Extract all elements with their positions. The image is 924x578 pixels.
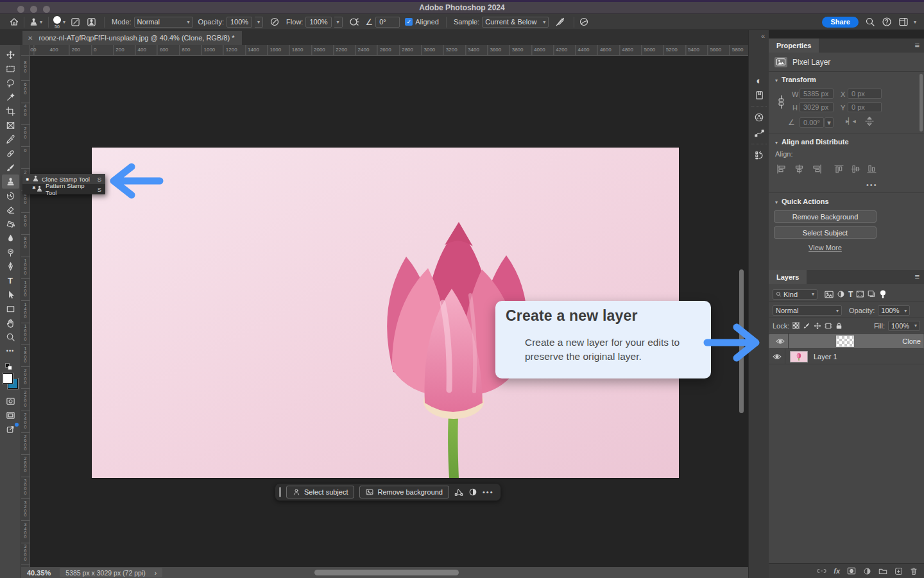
align-left-icon[interactable]	[776, 164, 787, 175]
workspace-switcher-icon[interactable]	[898, 17, 909, 27]
color-panel-icon[interactable]	[753, 111, 766, 124]
tool-type[interactable]: T	[2, 273, 19, 287]
brush-preset-picker[interactable]: 50	[53, 16, 61, 29]
tool-object-selection[interactable]	[2, 90, 19, 104]
align-bottom-icon[interactable]	[866, 164, 877, 175]
airbrush-icon[interactable]	[349, 17, 359, 27]
layer-visibility-eye-icon[interactable]	[769, 349, 785, 364]
workspace-caret[interactable]: ▾	[914, 19, 916, 25]
tool-blur[interactable]	[2, 231, 19, 245]
height-field[interactable]: 3029 px	[800, 102, 834, 112]
tab-properties[interactable]: Properties	[769, 38, 819, 53]
document-tab[interactable]: ✕ roonz-nl-ATgfRqpFfFI-unsplash.jpg @ 40…	[22, 31, 242, 45]
home-icon[interactable]	[9, 17, 19, 27]
y-field[interactable]: 0 px	[848, 102, 882, 112]
align-more-button[interactable]: •••	[866, 181, 878, 189]
ruler-vertical[interactable]: 8006004002000200400600800100012001400160…	[21, 56, 30, 567]
tool-eraser[interactable]	[2, 203, 19, 217]
new-layer-icon[interactable]	[894, 567, 903, 575]
document-info-chevron[interactable]: ›	[155, 569, 157, 577]
width-field[interactable]: 5385 px	[800, 89, 834, 99]
tool-gradient[interactable]	[2, 217, 19, 231]
libraries-panel-icon[interactable]	[753, 89, 766, 101]
layers-menu-icon[interactable]: ≡	[914, 272, 920, 282]
properties-menu-icon[interactable]: ≡	[914, 40, 920, 50]
angle-caret[interactable]: ▾	[825, 117, 834, 128]
new-group-icon[interactable]	[878, 567, 887, 575]
align-section-header[interactable]: ▾Align and Distribute	[775, 138, 849, 146]
taskbar-drag-handle[interactable]	[279, 487, 281, 497]
add-mask-icon[interactable]	[847, 567, 856, 575]
brush-picker-caret[interactable]: ▾	[63, 19, 65, 25]
properties-scrollbar[interactable]	[920, 74, 923, 132]
flip-vertical-icon[interactable]	[865, 116, 874, 128]
share-button[interactable]: Share	[822, 17, 859, 28]
select-subject-qa-button[interactable]: Select Subject	[774, 226, 877, 239]
tool-rectangular-marquee[interactable]	[2, 62, 19, 76]
filter-type-layers-icon[interactable]: T	[848, 290, 853, 299]
fill-field[interactable]: 100%▾	[888, 321, 920, 331]
filter-smart-objects-icon[interactable]	[868, 290, 876, 298]
more-tools-button[interactable]: •••	[2, 344, 19, 358]
tool-pen[interactable]	[2, 259, 19, 273]
filter-shape-layers-icon[interactable]	[856, 290, 864, 298]
help-icon[interactable]	[882, 17, 892, 27]
tool-rectangle[interactable]	[2, 302, 19, 316]
foreground-background-swatches[interactable]	[3, 373, 18, 389]
tool-brush[interactable]	[2, 160, 19, 174]
search-icon[interactable]	[865, 17, 875, 27]
mode-select[interactable]: Normal▾	[134, 17, 193, 28]
share-document-button[interactable]	[2, 422, 19, 436]
tool-move[interactable]	[2, 47, 19, 62]
collapse-panels-icon[interactable]: «	[761, 32, 765, 40]
canvas-horizontal-scrollbar[interactable]	[314, 570, 459, 575]
transform-image-icon[interactable]	[454, 488, 463, 497]
quick-actions-header[interactable]: ▾Quick Actions	[775, 198, 829, 205]
align-top-icon[interactable]	[834, 164, 844, 175]
default-swap-colors-icon[interactable]	[5, 363, 15, 371]
select-subject-button[interactable]: Select subject	[286, 486, 354, 498]
lock-position-icon[interactable]	[814, 322, 821, 330]
pressure-size-icon[interactable]	[579, 17, 589, 27]
layer-styles-icon[interactable]: fx	[834, 567, 840, 575]
flow-field[interactable]: 100%	[305, 17, 331, 28]
ruler-horizontal[interactable]: 6004002000200400600800100012001400160018…	[30, 45, 748, 56]
paths-panel-icon[interactable]	[753, 126, 766, 139]
document-info[interactable]: 5385 px x 3029 px (72 ppi) ›	[60, 568, 162, 577]
opacity-field[interactable]: 100%	[227, 17, 252, 28]
transform-section-header[interactable]: ▾Transform	[775, 76, 816, 83]
filter-toggle-switch[interactable]	[879, 290, 887, 299]
screen-mode-button[interactable]	[2, 408, 19, 422]
pressure-opacity-icon[interactable]	[270, 17, 280, 27]
quick-mask-mode-button[interactable]	[2, 394, 19, 408]
lock-artboard-icon[interactable]	[825, 322, 832, 330]
lock-image-icon[interactable]	[803, 322, 810, 330]
angle-field[interactable]: 0°	[375, 17, 400, 28]
brush-settings-panel-icon[interactable]	[71, 17, 80, 27]
adjustments-panel-icon[interactable]: ◐	[753, 74, 766, 87]
layer-thumbnail[interactable]	[836, 336, 854, 347]
view-more-link[interactable]: View More	[774, 244, 877, 251]
filter-kind-select[interactable]: Kind▾	[773, 289, 817, 300]
tool-hand[interactable]	[2, 316, 19, 330]
x-field[interactable]: 0 px	[848, 89, 882, 99]
sample-select[interactable]: Current & Below▾	[482, 17, 549, 28]
layer-name[interactable]: Clone	[902, 337, 921, 345]
flyout-item-pattern-stamp-tool[interactable]: ✱Pattern Stamp ToolS	[22, 184, 105, 194]
lock-all-icon[interactable]	[835, 322, 843, 330]
aligned-checkbox[interactable]: ✓	[405, 18, 413, 26]
new-adjustment-layer-icon[interactable]	[863, 567, 871, 575]
layer-name[interactable]: Layer 1	[814, 353, 837, 361]
filter-adjustment-layers-icon[interactable]	[837, 290, 845, 298]
flow-caret[interactable]: ▾	[334, 17, 343, 28]
delete-layer-icon[interactable]	[910, 567, 918, 575]
tool-eyedropper[interactable]	[2, 132, 19, 146]
blend-mode-select[interactable]: Normal▾	[773, 305, 842, 316]
zoom-level-value[interactable]: 40.35%	[27, 569, 51, 577]
align-center-horizontal-icon[interactable]	[794, 164, 805, 175]
tool-path-selection[interactable]	[2, 287, 19, 302]
layer-row-clone[interactable]: Clone	[769, 334, 924, 349]
tool-spot-healing-brush[interactable]	[2, 146, 19, 160]
ignore-adjustment-layers-icon[interactable]	[555, 17, 565, 27]
constrain-link-icon[interactable]	[778, 93, 785, 111]
